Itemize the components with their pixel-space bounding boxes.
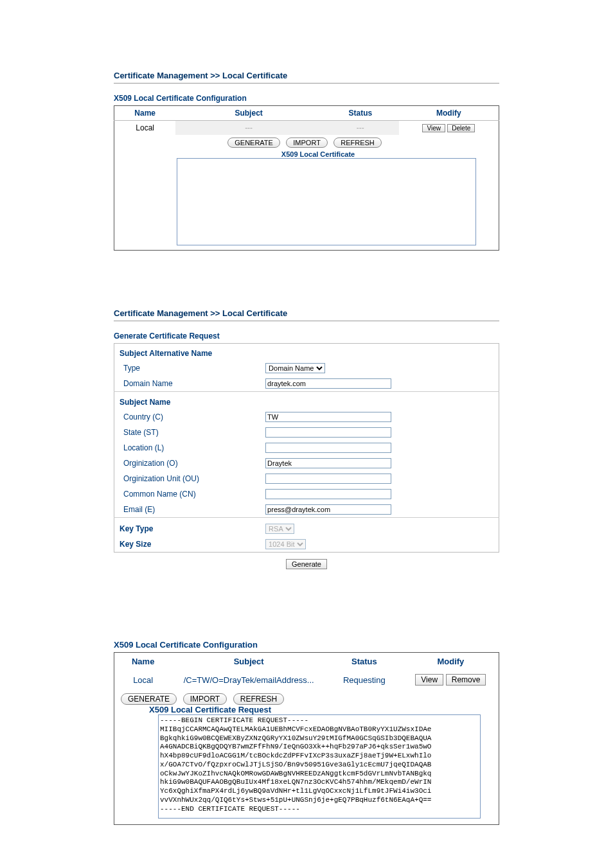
domain-input[interactable] xyxy=(265,378,391,389)
key-type-select: RSA xyxy=(265,524,294,534)
view-button-2[interactable]: View xyxy=(415,674,443,686)
x509-local-cert-heading: X509 Local Certificate xyxy=(141,150,495,158)
location-label: Location (L) xyxy=(114,440,261,456)
cell-modify: View Delete xyxy=(399,121,499,136)
cell2-status: Requesting xyxy=(326,670,403,689)
view-button[interactable]: View xyxy=(422,124,445,132)
ou-label: Orginization Unit (OU) xyxy=(114,471,261,486)
key-size-select: 1024 Bit xyxy=(265,539,306,549)
refresh-button-2[interactable]: REFRESH xyxy=(233,693,284,705)
email-label: Email (E) xyxy=(114,502,261,518)
group-subject: Subject Name xyxy=(114,393,499,409)
type-select[interactable]: Domain Name xyxy=(265,363,325,373)
domain-label: Domain Name xyxy=(114,376,261,392)
cn-label: Common Name (CN) xyxy=(114,486,261,502)
page-title-2: Certificate Management >> Local Certific… xyxy=(114,308,499,318)
generate-button-2[interactable]: GENERATE xyxy=(121,693,177,705)
col-name: Name xyxy=(114,106,176,121)
ou-input[interactable] xyxy=(265,474,391,484)
generate-cert-form: Subject Alternative Name Type Domain Nam… xyxy=(114,343,499,553)
refresh-button[interactable]: REFRESH xyxy=(333,137,382,148)
local-cert-table-1: Name Subject Status Modify Local --- ---… xyxy=(114,105,499,251)
import-button[interactable]: IMPORT xyxy=(286,137,328,148)
country-input[interactable] xyxy=(265,412,391,422)
col-subject: Subject xyxy=(175,106,322,121)
location-input[interactable] xyxy=(265,443,391,453)
cert-request-textarea[interactable] xyxy=(158,714,481,819)
cn-input[interactable] xyxy=(265,489,391,499)
config-heading-1: X509 Local Certificate Configuration xyxy=(114,94,499,103)
cert-textarea-empty[interactable] xyxy=(177,158,476,245)
country-label: Country (C) xyxy=(114,409,261,425)
key-type-label: Key Type xyxy=(114,518,261,536)
cell2-subject: /C=TW/O=DrayTek/emailAddress... xyxy=(172,670,326,689)
cell-subject: --- xyxy=(175,121,322,136)
col2-modify: Modify xyxy=(403,653,499,671)
generate-button[interactable]: GENERATE xyxy=(227,137,280,148)
generate-submit-button[interactable]: Generate xyxy=(286,559,327,569)
config-heading-2: X509 Local Certificate Configuration xyxy=(114,640,499,650)
page-title-1: Certificate Management >> Local Certific… xyxy=(114,71,499,80)
cell-name: Local xyxy=(114,121,176,136)
col2-subject: Subject xyxy=(172,653,326,671)
type-label: Type xyxy=(114,360,261,376)
cell2-name: Local xyxy=(114,670,172,689)
org-input[interactable] xyxy=(265,458,391,468)
group-san: Subject Alternative Name xyxy=(114,344,499,361)
state-label: State (ST) xyxy=(114,425,261,440)
col-modify: Modify xyxy=(399,106,499,121)
key-size-label: Key Size xyxy=(114,536,261,553)
org-label: Orginization (O) xyxy=(114,456,261,471)
x509-local-cert-req-heading: X509 Local Certificate Request xyxy=(121,705,492,714)
import-button-2[interactable]: IMPORT xyxy=(183,693,227,705)
cell-status: --- xyxy=(322,121,399,136)
state-input[interactable] xyxy=(265,427,391,438)
remove-button[interactable]: Remove xyxy=(446,674,486,686)
col2-name: Name xyxy=(114,653,172,671)
delete-button[interactable]: Delete xyxy=(447,124,475,132)
col-status: Status xyxy=(322,106,399,121)
email-input[interactable] xyxy=(265,504,391,515)
col2-status: Status xyxy=(326,653,403,671)
local-cert-table-2: Name Subject Status Modify Local /C=TW/O… xyxy=(114,652,499,825)
form-heading: Generate Certificate Request xyxy=(114,332,499,341)
